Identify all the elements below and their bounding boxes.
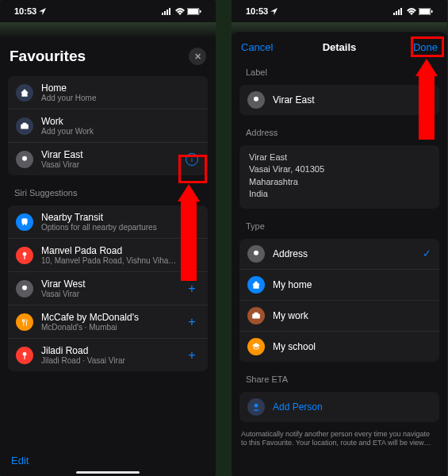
svg-rect-24 — [431, 10, 433, 13]
share-eta-label: Share ETA — [232, 367, 447, 387]
label-value: Virar East — [273, 94, 431, 106]
status-bar: 10:53 — [0, 0, 216, 22]
row-title: Manvel Pada Road — [41, 245, 200, 256]
row-title: McCafe by McDonald's — [41, 312, 176, 323]
suggestion-jiladi[interactable]: Jiladi RoadJiladi Road · Vasai Virar + — [8, 338, 208, 371]
details-header: Cancel Details Done — [232, 32, 447, 60]
row-title: Work — [41, 116, 200, 127]
svg-rect-18 — [393, 13, 395, 15]
wifi-icon — [175, 8, 185, 15]
signal-icon — [393, 8, 404, 15]
favourite-virar-east[interactable]: Virar EastVasai Virar i — [8, 142, 208, 175]
svg-rect-5 — [188, 9, 198, 14]
edit-button[interactable]: Edit — [11, 455, 29, 466]
food-icon — [16, 313, 33, 331]
details-title: Details — [323, 41, 357, 53]
add-button[interactable]: + — [184, 281, 200, 297]
svg-point-25 — [254, 97, 258, 102]
svg-rect-21 — [400, 8, 402, 15]
type-label: Address — [273, 248, 308, 259]
address-line-0: Virar East — [249, 152, 430, 163]
done-button[interactable]: Done — [404, 41, 438, 53]
info-button[interactable]: i — [184, 152, 200, 167]
type-label: My home — [273, 279, 312, 290]
add-button[interactable]: + — [184, 314, 200, 330]
check-icon: ✓ — [423, 248, 431, 259]
pin-icon — [16, 151, 33, 168]
row-sub: Vasai Virar — [41, 160, 176, 169]
add-person-label: Add Person — [273, 401, 323, 413]
svg-point-26 — [254, 250, 258, 255]
svg-point-16 — [23, 351, 27, 355]
favourites-title: Favourites — [10, 48, 86, 65]
row-sub: Jiladi Road · Vasai Virar — [41, 356, 176, 365]
row-sub: 10, Manvel Pada Road, Vishnu Viha… — [41, 256, 200, 265]
svg-point-11 — [22, 224, 24, 225]
add-person[interactable]: Add Person — [239, 392, 439, 422]
add-person-icon — [247, 398, 265, 416]
arrow-done — [415, 59, 438, 140]
svg-rect-2 — [167, 10, 168, 15]
work-icon — [247, 307, 265, 324]
address-line-2: Maharashtra — [249, 176, 430, 188]
favourite-home[interactable]: HomeAdd your Home — [8, 76, 208, 109]
svg-point-15 — [22, 285, 27, 290]
type-section: Address ✓ My home My work My school — [239, 239, 439, 362]
home-indicator[interactable] — [76, 471, 140, 474]
svg-rect-17 — [24, 355, 25, 359]
pin-icon — [16, 347, 33, 364]
row-sub: Vasai Virar — [41, 290, 176, 298]
status-time: 10:53 — [14, 6, 36, 16]
row-title: Virar West — [41, 278, 176, 290]
svg-rect-6 — [200, 10, 201, 13]
svg-rect-1 — [164, 11, 166, 15]
signal-icon — [162, 8, 173, 15]
pin-icon — [247, 91, 265, 109]
battery-icon — [419, 8, 433, 15]
svg-rect-10 — [21, 218, 27, 224]
svg-rect-27 — [252, 313, 260, 318]
home-icon — [247, 276, 265, 294]
svg-point-13 — [23, 251, 27, 255]
row-sub: Add your Work — [41, 127, 200, 136]
svg-point-12 — [25, 224, 27, 225]
pin-icon — [16, 247, 33, 264]
favourites-list: HomeAdd your Home WorkAdd your Work Vira… — [8, 76, 208, 175]
svg-rect-20 — [398, 10, 400, 15]
type-address[interactable]: Address ✓ — [239, 239, 439, 269]
svg-rect-0 — [162, 13, 163, 15]
row-sub: McDonald's · Mumbai — [41, 323, 176, 332]
label-section: Virar East — [239, 85, 439, 115]
svg-rect-7 — [21, 124, 29, 129]
svg-rect-3 — [169, 8, 170, 15]
location-icon — [39, 8, 46, 15]
right-phone: 10:53 Cancel Details Done Label Virar Ea… — [232, 0, 447, 476]
battery-icon — [187, 8, 201, 15]
suggestion-mccafe[interactable]: McCafe by McDonald'sMcDonald's · Mumbai … — [8, 305, 208, 338]
pin-icon — [247, 245, 265, 263]
favourite-work[interactable]: WorkAdd your Work — [8, 109, 208, 142]
favourites-header: Favourites ✕ — [0, 40, 216, 71]
label-row[interactable]: Virar East — [239, 85, 439, 115]
location-icon — [270, 8, 278, 15]
cancel-button[interactable]: Cancel — [241, 41, 274, 53]
svg-rect-23 — [419, 9, 430, 14]
type-work[interactable]: My work — [239, 300, 439, 331]
status-bar: 10:53 — [232, 0, 447, 22]
type-label: My work — [273, 310, 308, 321]
info-icon: i — [186, 153, 198, 166]
type-home[interactable]: My home — [239, 269, 439, 300]
svg-rect-19 — [396, 11, 397, 15]
close-button[interactable]: ✕ — [189, 48, 206, 65]
pin-icon — [16, 280, 33, 298]
work-icon — [16, 117, 33, 135]
type-section-label: Type — [232, 213, 447, 234]
row-title: Home — [41, 83, 200, 94]
row-title: Nearby Transit — [41, 212, 200, 223]
svg-point-9 — [22, 155, 27, 160]
status-time: 10:53 — [246, 6, 268, 16]
address-section[interactable]: Virar East Vasai Virar, 401305 Maharasht… — [239, 145, 439, 209]
add-button[interactable]: + — [184, 347, 200, 363]
type-school[interactable]: My school — [239, 331, 439, 362]
row-sub: Add your Home — [41, 94, 200, 102]
